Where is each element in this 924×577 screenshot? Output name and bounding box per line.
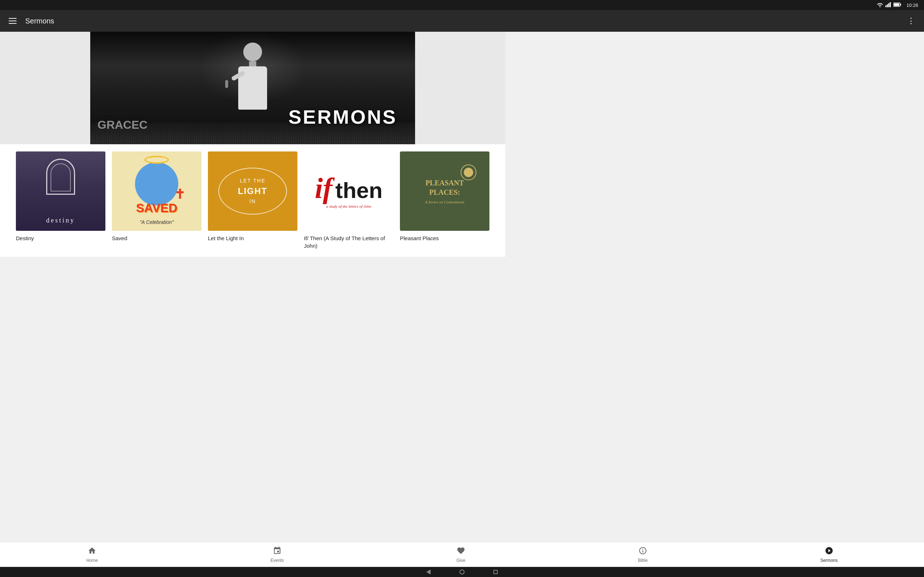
hero-grace-text: GRACEC — [97, 118, 148, 132]
sermon-card-ifthen[interactable]: if then a study of the letters of John I… — [304, 152, 393, 250]
sermon-card-light[interactable]: LET THE LIGHT IN Let the Light In — [208, 152, 297, 250]
sermon-cards-grid: destiny Destiny SAVED "A Celebration" — [11, 152, 494, 250]
app-bar: Sermons ⋮ — [0, 10, 505, 32]
ifthen-subtitle: a study of the letters of John — [326, 204, 372, 208]
ifthen-then: then — [335, 179, 383, 201]
sermon-card-destiny[interactable]: destiny Destiny — [16, 152, 105, 250]
hero-background: SERMONS GRACEC — [90, 32, 415, 144]
hero-banner[interactable]: SERMONS GRACEC — [90, 32, 415, 144]
hamburger-line-1 — [9, 18, 16, 19]
sermon-card-image-light: LET THE LIGHT IN — [208, 152, 297, 231]
saved-cross: ✝ — [174, 187, 185, 202]
sermon-card-pleasant[interactable]: PLEASANTPLACES: A Series on Contentment … — [400, 152, 489, 250]
sermon-card-title-ifthen: If/ Then (A Study of The Letters of John… — [304, 234, 393, 250]
sermon-card-title-pleasant: Pleasant Places — [400, 234, 489, 242]
sermon-card-image-ifthen: if then a study of the letters of John — [304, 152, 393, 231]
hamburger-line-3 — [9, 23, 16, 24]
hamburger-menu-button[interactable] — [6, 15, 19, 27]
sermon-cards-section: destiny Destiny SAVED "A Celebration" — [0, 144, 505, 257]
main-content: SERMONS GRACEC destiny Destiny — [0, 32, 505, 293]
sermon-card-image-destiny: destiny — [16, 152, 105, 231]
ifthen-if: if — [315, 174, 333, 203]
pleasant-sun-icon — [460, 164, 477, 180]
pleasant-title: PLEASANTPLACES: — [426, 178, 464, 197]
saved-subtitle: "A Celebration" — [112, 219, 201, 225]
sermon-card-title-saved: Saved — [112, 234, 201, 242]
saved-text: SAVED — [112, 201, 201, 215]
sermon-card-image-saved: SAVED "A Celebration" ✝ — [112, 152, 201, 231]
status-bar: 10:26 — [0, 0, 505, 10]
sermon-card-title-destiny: Destiny — [16, 234, 105, 242]
app-bar-title: Sermons — [25, 17, 505, 25]
hero-sermons-text: SERMONS — [288, 106, 397, 128]
pleasant-subtitle: A Series on Contentment — [425, 200, 465, 204]
hamburger-line-2 — [9, 21, 16, 21]
sermon-card-saved[interactable]: SAVED "A Celebration" ✝ Saved — [112, 152, 201, 250]
sermon-card-title-light: Let the Light In — [208, 234, 297, 242]
sermon-card-image-pleasant: PLEASANTPLACES: A Series on Contentment — [400, 152, 489, 231]
destiny-label: destiny — [16, 217, 105, 224]
